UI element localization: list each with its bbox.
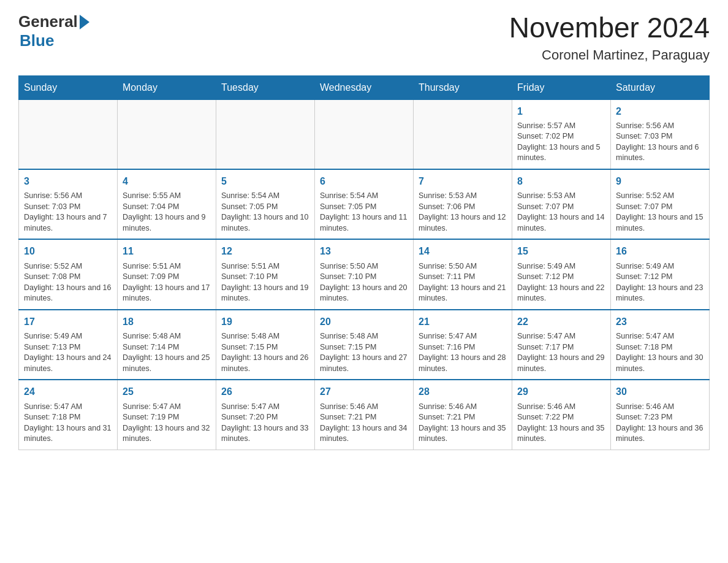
day-info: Sunrise: 5:46 AM Sunset: 7:21 PM Dayligh… — [320, 402, 408, 445]
calendar-cell — [414, 99, 512, 169]
calendar-cell: 18Sunrise: 5:48 AM Sunset: 7:14 PM Dayli… — [118, 310, 216, 380]
calendar-cell: 9Sunrise: 5:52 AM Sunset: 7:07 PM Daylig… — [611, 169, 710, 239]
calendar-cell — [19, 99, 118, 169]
day-number: 18 — [123, 315, 211, 329]
day-info: Sunrise: 5:49 AM Sunset: 7:13 PM Dayligh… — [24, 331, 112, 374]
calendar-week-row: 10Sunrise: 5:52 AM Sunset: 7:08 PM Dayli… — [19, 239, 710, 309]
day-number: 6 — [320, 175, 408, 188]
day-info: Sunrise: 5:46 AM Sunset: 7:22 PM Dayligh… — [517, 402, 605, 445]
weekday-header-row: SundayMondayTuesdayWednesdayThursdayFrid… — [19, 75, 710, 99]
day-number: 12 — [221, 245, 309, 258]
day-info: Sunrise: 5:57 AM Sunset: 7:02 PM Dayligh… — [517, 121, 605, 164]
page-header: General Blue November 2024 Coronel Marti… — [18, 12, 710, 63]
calendar-cell: 29Sunrise: 5:46 AM Sunset: 7:22 PM Dayli… — [512, 380, 611, 450]
day-number: 10 — [24, 245, 112, 258]
day-number: 4 — [123, 175, 211, 188]
calendar-cell: 25Sunrise: 5:47 AM Sunset: 7:19 PM Dayli… — [118, 380, 216, 450]
day-number: 30 — [616, 385, 704, 399]
calendar-title: November 2024 — [509, 12, 710, 44]
day-number: 17 — [24, 315, 112, 329]
weekday-header-sunday: Sunday — [19, 75, 118, 99]
day-number: 3 — [24, 175, 112, 188]
title-section: November 2024 Coronel Martinez, Paraguay — [509, 12, 710, 63]
day-number: 27 — [320, 385, 408, 399]
day-info: Sunrise: 5:47 AM Sunset: 7:16 PM Dayligh… — [419, 331, 507, 374]
calendar-cell: 13Sunrise: 5:50 AM Sunset: 7:10 PM Dayli… — [315, 239, 414, 309]
day-info: Sunrise: 5:56 AM Sunset: 7:03 PM Dayligh… — [24, 191, 112, 234]
day-number: 29 — [517, 385, 605, 399]
calendar-cell: 10Sunrise: 5:52 AM Sunset: 7:08 PM Dayli… — [19, 239, 118, 309]
day-number: 19 — [221, 315, 309, 329]
logo-blue-text: Blue — [20, 31, 54, 50]
day-number: 23 — [616, 315, 704, 329]
day-number: 15 — [517, 245, 605, 258]
day-info: Sunrise: 5:54 AM Sunset: 7:05 PM Dayligh… — [221, 191, 309, 234]
weekday-header-tuesday: Tuesday — [216, 75, 315, 99]
day-number: 16 — [616, 245, 704, 258]
day-number: 11 — [123, 245, 211, 258]
calendar-cell: 1Sunrise: 5:57 AM Sunset: 7:02 PM Daylig… — [512, 99, 611, 169]
calendar-cell: 21Sunrise: 5:47 AM Sunset: 7:16 PM Dayli… — [414, 310, 512, 380]
day-info: Sunrise: 5:48 AM Sunset: 7:14 PM Dayligh… — [123, 331, 211, 374]
calendar-cell — [216, 99, 315, 169]
day-info: Sunrise: 5:54 AM Sunset: 7:05 PM Dayligh… — [320, 191, 408, 234]
day-info: Sunrise: 5:52 AM Sunset: 7:08 PM Dayligh… — [24, 261, 112, 304]
calendar-cell: 11Sunrise: 5:51 AM Sunset: 7:09 PM Dayli… — [118, 239, 216, 309]
calendar-cell: 27Sunrise: 5:46 AM Sunset: 7:21 PM Dayli… — [315, 380, 414, 450]
day-number: 7 — [419, 175, 507, 188]
day-info: Sunrise: 5:47 AM Sunset: 7:19 PM Dayligh… — [123, 402, 211, 445]
calendar-cell: 2Sunrise: 5:56 AM Sunset: 7:03 PM Daylig… — [611, 99, 710, 169]
calendar-cell: 14Sunrise: 5:50 AM Sunset: 7:11 PM Dayli… — [414, 239, 512, 309]
day-number: 8 — [517, 175, 605, 188]
day-info: Sunrise: 5:52 AM Sunset: 7:07 PM Dayligh… — [616, 191, 704, 234]
calendar-cell: 8Sunrise: 5:53 AM Sunset: 7:07 PM Daylig… — [512, 169, 611, 239]
day-number: 22 — [517, 315, 605, 329]
calendar-cell: 16Sunrise: 5:49 AM Sunset: 7:12 PM Dayli… — [611, 239, 710, 309]
day-info: Sunrise: 5:47 AM Sunset: 7:18 PM Dayligh… — [24, 402, 112, 445]
calendar-cell — [315, 99, 414, 169]
weekday-header-thursday: Thursday — [414, 75, 512, 99]
calendar-cell: 19Sunrise: 5:48 AM Sunset: 7:15 PM Dayli… — [216, 310, 315, 380]
logo-chevron-icon — [80, 15, 89, 29]
day-number: 1 — [517, 105, 605, 118]
day-info: Sunrise: 5:55 AM Sunset: 7:04 PM Dayligh… — [123, 191, 211, 234]
calendar-cell: 4Sunrise: 5:55 AM Sunset: 7:04 PM Daylig… — [118, 169, 216, 239]
calendar-week-row: 24Sunrise: 5:47 AM Sunset: 7:18 PM Dayli… — [19, 380, 710, 450]
day-info: Sunrise: 5:47 AM Sunset: 7:18 PM Dayligh… — [616, 331, 704, 374]
weekday-header-friday: Friday — [512, 75, 611, 99]
calendar-cell: 26Sunrise: 5:47 AM Sunset: 7:20 PM Dayli… — [216, 380, 315, 450]
day-info: Sunrise: 5:51 AM Sunset: 7:10 PM Dayligh… — [221, 261, 309, 304]
calendar-week-row: 3Sunrise: 5:56 AM Sunset: 7:03 PM Daylig… — [19, 169, 710, 239]
day-info: Sunrise: 5:47 AM Sunset: 7:20 PM Dayligh… — [221, 402, 309, 445]
calendar-cell: 17Sunrise: 5:49 AM Sunset: 7:13 PM Dayli… — [19, 310, 118, 380]
logo-general-text: General — [18, 12, 78, 31]
calendar-cell: 30Sunrise: 5:46 AM Sunset: 7:23 PM Dayli… — [611, 380, 710, 450]
calendar-week-row: 1Sunrise: 5:57 AM Sunset: 7:02 PM Daylig… — [19, 99, 710, 169]
weekday-header-saturday: Saturday — [611, 75, 710, 99]
day-number: 9 — [616, 175, 704, 188]
day-info: Sunrise: 5:49 AM Sunset: 7:12 PM Dayligh… — [517, 261, 605, 304]
day-number: 13 — [320, 245, 408, 258]
day-info: Sunrise: 5:46 AM Sunset: 7:21 PM Dayligh… — [419, 402, 507, 445]
day-number: 28 — [419, 385, 507, 399]
day-number: 14 — [419, 245, 507, 258]
day-info: Sunrise: 5:47 AM Sunset: 7:17 PM Dayligh… — [517, 331, 605, 374]
calendar-cell: 6Sunrise: 5:54 AM Sunset: 7:05 PM Daylig… — [315, 169, 414, 239]
logo: General Blue — [18, 12, 89, 50]
day-number: 5 — [221, 175, 309, 188]
day-info: Sunrise: 5:46 AM Sunset: 7:23 PM Dayligh… — [616, 402, 704, 445]
day-info: Sunrise: 5:53 AM Sunset: 7:06 PM Dayligh… — [419, 191, 507, 234]
weekday-header-monday: Monday — [118, 75, 216, 99]
day-info: Sunrise: 5:49 AM Sunset: 7:12 PM Dayligh… — [616, 261, 704, 304]
weekday-header-wednesday: Wednesday — [315, 75, 414, 99]
day-number: 2 — [616, 105, 704, 118]
day-info: Sunrise: 5:48 AM Sunset: 7:15 PM Dayligh… — [221, 331, 309, 374]
calendar-cell: 20Sunrise: 5:48 AM Sunset: 7:15 PM Dayli… — [315, 310, 414, 380]
day-info: Sunrise: 5:51 AM Sunset: 7:09 PM Dayligh… — [123, 261, 211, 304]
day-info: Sunrise: 5:53 AM Sunset: 7:07 PM Dayligh… — [517, 191, 605, 234]
calendar-cell: 15Sunrise: 5:49 AM Sunset: 7:12 PM Dayli… — [512, 239, 611, 309]
calendar-cell — [118, 99, 216, 169]
calendar-cell: 7Sunrise: 5:53 AM Sunset: 7:06 PM Daylig… — [414, 169, 512, 239]
day-info: Sunrise: 5:50 AM Sunset: 7:11 PM Dayligh… — [419, 261, 507, 304]
calendar-table: SundayMondayTuesdayWednesdayThursdayFrid… — [18, 75, 710, 450]
